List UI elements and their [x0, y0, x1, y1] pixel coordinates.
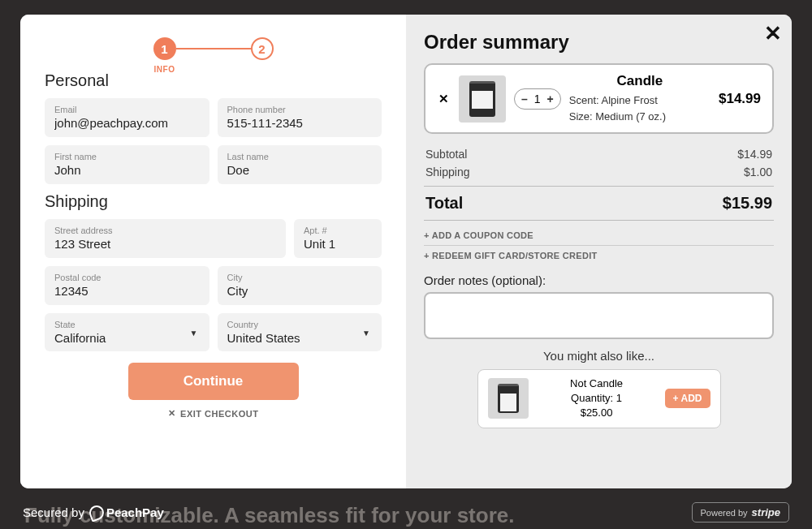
recommendation-card: Not Candle Quantity: 1 $25.00 + ADD — [477, 369, 721, 428]
state-field[interactable]: State California ▼ — [45, 313, 209, 351]
chevron-down-icon: ▼ — [362, 328, 370, 337]
street-label: Street address — [54, 226, 276, 235]
phone-label: Phone number — [227, 105, 373, 114]
email-label: Email — [54, 105, 200, 114]
recommendation-price: $25.00 — [540, 406, 654, 420]
redeem-giftcard-link[interactable]: + REDEEM GIFT CARD/STORE CREDIT — [424, 246, 774, 265]
apt-input[interactable] — [304, 237, 372, 251]
qty-decrease-button[interactable]: – — [521, 92, 528, 105]
quantity-stepper[interactable]: – 1 + — [514, 88, 561, 110]
firstname-label: First name — [54, 152, 200, 161]
lastname-field[interactable]: Last name — [218, 145, 382, 184]
footer: Secured by PeachPay Powered by stripe — [23, 502, 789, 523]
recommendation-name: Not Candle — [540, 376, 654, 391]
total-row: Total $15.99 — [424, 191, 774, 215]
candle-icon — [469, 81, 495, 117]
firstname-field[interactable]: First name — [45, 145, 209, 184]
street-field[interactable]: Street address — [45, 219, 286, 258]
phone-field[interactable]: Phone number — [218, 98, 382, 137]
city-field[interactable]: City — [218, 266, 382, 305]
country-label: Country — [227, 320, 373, 329]
item-name: Candle — [569, 73, 710, 89]
step-1-label: INFO — [154, 65, 175, 74]
shipping-row: Shipping $1.00 — [424, 163, 774, 181]
add-recommendation-button[interactable]: + ADD — [665, 389, 710, 408]
recommendation-thumbnail — [488, 378, 529, 419]
step-connector — [176, 48, 251, 50]
country-field[interactable]: Country United States ▼ — [218, 313, 382, 351]
item-size: Size: Medium (7 oz.) — [569, 109, 710, 125]
checkout-modal: 1 INFO 2 Personal Email Phone number Fir… — [20, 15, 792, 488]
email-input[interactable] — [54, 116, 200, 130]
peach-icon — [87, 503, 106, 522]
state-label: State — [54, 320, 200, 329]
apt-label: Apt. # — [304, 226, 372, 235]
recommendation-heading: You might also like... — [424, 349, 774, 363]
subtotal-row: Subtotal $14.99 — [424, 145, 774, 163]
lastname-label: Last name — [227, 152, 373, 161]
candle-icon — [498, 384, 519, 413]
item-scent: Scent: Alpine Frost — [569, 92, 710, 109]
continue-button[interactable]: Continue — [128, 363, 299, 400]
order-notes-input[interactable] — [424, 292, 774, 339]
remove-item-button[interactable]: ✕ — [437, 92, 451, 106]
add-coupon-link[interactable]: + ADD A COUPON CODE — [424, 226, 774, 246]
item-price: $14.99 — [719, 91, 761, 107]
divider — [424, 220, 774, 221]
exit-checkout-link[interactable]: ✕ EXIT CHECKOUT — [45, 408, 382, 419]
email-field[interactable]: Email — [45, 98, 209, 137]
step-2[interactable]: 2 — [251, 37, 274, 60]
firstname-input[interactable] — [54, 163, 200, 177]
postal-field[interactable]: Postal code — [45, 266, 209, 305]
product-thumbnail — [459, 75, 506, 123]
city-input[interactable] — [227, 284, 373, 298]
phone-input[interactable] — [227, 116, 373, 130]
close-modal-button[interactable]: ✕ — [764, 21, 782, 46]
postal-label: Postal code — [54, 273, 200, 282]
step-1[interactable]: 1 INFO — [153, 37, 176, 60]
lastname-input[interactable] — [227, 163, 373, 177]
close-icon: ✕ — [168, 408, 176, 419]
peachpay-logo: PeachPay — [89, 505, 164, 520]
state-select[interactable]: California — [54, 331, 200, 345]
personal-heading: Personal — [45, 71, 382, 90]
cart-item: ✕ – 1 + Candle Scent: Alpine Frost Size:… — [424, 63, 774, 134]
country-select[interactable]: United States — [227, 331, 373, 345]
qty-value: 1 — [534, 92, 541, 105]
order-summary-panel: ✕ Order summary ✕ – 1 + Candle Scent: Al… — [406, 15, 792, 488]
postal-input[interactable] — [54, 284, 200, 298]
city-label: City — [227, 273, 373, 282]
order-notes-label: Order notes (optional): — [424, 273, 774, 287]
qty-increase-button[interactable]: + — [547, 92, 554, 105]
recommendation-qty: Quantity: 1 — [540, 391, 654, 406]
secured-by-badge: Secured by PeachPay — [23, 505, 164, 520]
street-input[interactable] — [54, 237, 276, 251]
divider — [424, 186, 774, 187]
order-summary-heading: Order summary — [424, 31, 774, 54]
chevron-down-icon: ▼ — [190, 328, 198, 337]
powered-by-stripe-badge: Powered by stripe — [692, 502, 790, 523]
checkout-form-panel: 1 INFO 2 Personal Email Phone number Fir… — [20, 15, 406, 488]
progress-steps: 1 INFO 2 — [45, 37, 382, 60]
shipping-heading: Shipping — [45, 192, 382, 211]
apt-field[interactable]: Apt. # — [294, 219, 382, 258]
